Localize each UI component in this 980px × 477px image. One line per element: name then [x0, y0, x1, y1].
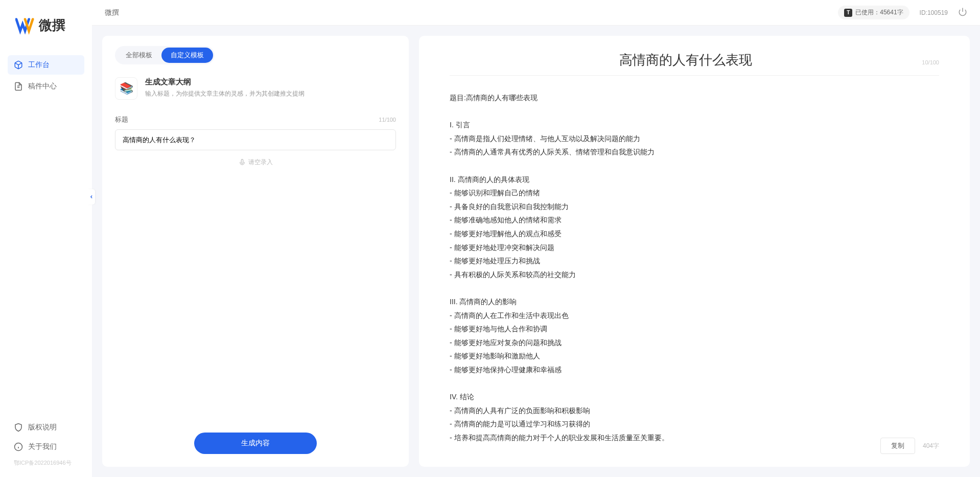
title-char-count: 11/100	[379, 117, 396, 123]
voice-input-hint[interactable]: 请空录入	[115, 158, 396, 167]
output-title-count: 10/100	[922, 59, 939, 65]
bottom-label: 关于我们	[28, 442, 57, 451]
usage-label: 已使用：45641字	[855, 8, 903, 17]
input-panel: 全部模板 自定义模板 📚 生成文章大纲 输入标题，为你提供文章主体的灵感，并为其…	[102, 36, 409, 467]
power-icon	[958, 7, 967, 16]
breadcrumb: 微撰	[105, 8, 119, 17]
tab-all-templates[interactable]: 全部模板	[116, 48, 161, 63]
nav-list: 工作台 稿件中心	[0, 55, 92, 418]
output-word-count: 404字	[923, 442, 939, 450]
bottom-label: 版权说明	[28, 423, 57, 432]
sidebar-bottom: 版权说明 关于我们 鄂ICP备2022016946号	[0, 418, 92, 477]
logo[interactable]: 微撰	[0, 0, 92, 55]
main-content: 全部模板 自定义模板 📚 生成文章大纲 输入标题，为你提供文章主体的灵感，并为其…	[92, 26, 980, 477]
text-icon: T	[844, 9, 852, 17]
template-icon: 📚	[115, 77, 137, 100]
copy-button[interactable]: 复制	[880, 438, 915, 454]
icp-text: 鄂ICP备2022016946号	[8, 457, 84, 469]
file-icon	[14, 82, 23, 91]
user-id: ID:100519	[920, 9, 948, 16]
copyright-link[interactable]: 版权说明	[8, 418, 84, 437]
usage-badge[interactable]: T 已使用：45641字	[838, 6, 909, 19]
tab-custom-templates[interactable]: 自定义模板	[161, 48, 213, 63]
info-icon	[14, 442, 23, 451]
sidebar: 微撰 工作台 稿件中心 版权说明 关于我们 鄂ICP备2022016946号	[0, 0, 92, 477]
shield-icon	[14, 423, 23, 432]
nav-item-drafts[interactable]: 稿件中心	[8, 77, 84, 96]
microphone-icon	[239, 159, 246, 166]
voice-hint-text: 请空录入	[248, 158, 273, 167]
logo-icon	[15, 15, 35, 35]
about-link[interactable]: 关于我们	[8, 437, 84, 457]
nav-label: 工作台	[28, 60, 50, 70]
template-card: 📚 生成文章大纲 输入标题，为你提供文章主体的灵感，并为其创建推文提纲	[115, 77, 396, 100]
cube-icon	[14, 60, 23, 70]
title-input[interactable]	[115, 129, 396, 150]
title-label: 标题	[115, 115, 128, 124]
output-panel: 高情商的人有什么表现 10/100 题目:高情商的人有哪些表现 I. 引言 - …	[419, 36, 970, 467]
nav-item-workspace[interactable]: 工作台	[8, 55, 84, 75]
power-button[interactable]	[958, 7, 967, 18]
output-title[interactable]: 高情商的人有什么表现	[619, 51, 752, 69]
template-tabs: 全部模板 自定义模板	[115, 46, 215, 64]
template-desc: 输入标题，为你提供文章主体的灵感，并为其创建推文提纲	[145, 89, 305, 98]
output-text: 题目:高情商的人有哪些表现 I. 引言 - 高情商是指人们处理情绪、与他人互动以…	[450, 91, 939, 444]
output-body[interactable]: 题目:高情商的人有哪些表现 I. 引言 - 高情商是指人们处理情绪、与他人互动以…	[450, 81, 939, 451]
logo-text: 微撰	[39, 16, 65, 34]
template-title: 生成文章大纲	[145, 77, 305, 87]
nav-label: 稿件中心	[28, 82, 57, 91]
generate-button[interactable]: 生成内容	[194, 433, 317, 454]
topbar: 微撰 T 已使用：45641字 ID:100519	[92, 0, 980, 26]
